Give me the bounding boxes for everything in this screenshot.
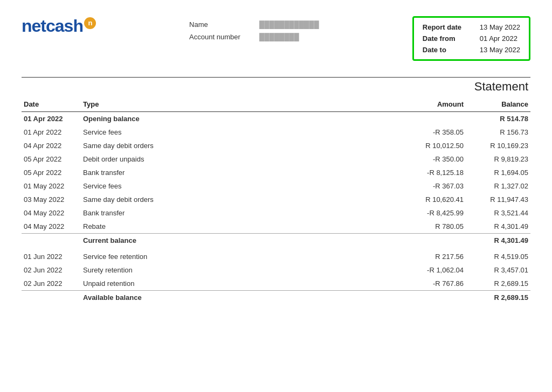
cell-amount: -R 1,062.04 <box>401 263 466 277</box>
name-label: Name <box>189 20 249 29</box>
col-header-amount: Amount <box>401 97 466 112</box>
cell-date: 02 Jun 2022 <box>22 277 81 291</box>
account-row: Account number ████████ <box>189 33 319 41</box>
cell-amount: -R 767.86 <box>401 277 466 291</box>
table-row: 02 Jun 2022Surety retention-R 1,062.04R … <box>22 263 530 277</box>
cell-date: 04 Apr 2022 <box>22 139 81 152</box>
cell-date: 05 Apr 2022 <box>22 166 81 179</box>
col-header-balance: Balance <box>466 97 530 112</box>
cell-amount <box>401 112 466 126</box>
name-section: Name ████████████ Account number ███████… <box>189 16 319 41</box>
cell-type: Unpaid retention <box>81 277 401 291</box>
cell-balance: R 4,519.05 <box>466 247 530 263</box>
cell-balance: R 3,521.44 <box>466 206 530 220</box>
cell-amount <box>401 291 466 305</box>
cell-balance: R 2,689.15 <box>466 277 530 291</box>
cell-type: Service fees <box>81 179 401 193</box>
name-row: Name ████████████ <box>189 20 319 29</box>
cell-amount: -R 358.05 <box>401 125 466 139</box>
cell-date: 05 Apr 2022 <box>22 152 81 166</box>
cell-date: 01 Apr 2022 <box>22 125 81 139</box>
cell-type: Debit order unpaids <box>81 152 401 166</box>
table-header-row: Date Type Amount Balance <box>22 97 530 112</box>
table-row: 03 May 2022Same day debit ordersR 10,620… <box>22 193 530 206</box>
cell-balance: R 1,694.05 <box>466 166 530 179</box>
table-row: 04 Apr 2022Same day debit ordersR 10,012… <box>22 139 530 152</box>
cell-amount: -R 350.00 <box>401 152 466 166</box>
cell-type: Available balance <box>81 291 401 305</box>
table-row: 05 Apr 2022Bank transfer-R 8,125.18R 1,6… <box>22 166 530 179</box>
cell-date: 02 Jun 2022 <box>22 263 81 277</box>
cell-type: Bank transfer <box>81 166 401 179</box>
cell-amount: -R 8,425.99 <box>401 206 466 220</box>
table-row: 05 Apr 2022Debit order unpaids-R 350.00R… <box>22 152 530 166</box>
logo-area: netcashn <box>22 16 96 36</box>
cell-balance: R 514.78 <box>466 112 530 126</box>
cell-date <box>22 291 81 305</box>
cell-type: Surety retention <box>81 263 401 277</box>
table-row: 02 Jun 2022Unpaid retention-R 767.86R 2,… <box>22 277 530 291</box>
account-value: ████████ <box>259 33 299 41</box>
cell-date <box>22 234 81 248</box>
report-date-value: 13 May 2022 <box>480 23 520 31</box>
header-divider <box>22 77 530 78</box>
cell-balance: R 2,689.15 <box>466 291 530 305</box>
page-header: netcashn Name ████████████ Account numbe… <box>22 16 530 61</box>
report-date-label: Report date <box>423 23 471 31</box>
table-row: Current balanceR 4,301.49 <box>22 234 530 248</box>
cell-amount: R 780.05 <box>401 220 466 234</box>
date-to-row: Date to 13 May 2022 <box>423 46 520 54</box>
statement-title: Statement <box>22 80 530 94</box>
date-to-value: 13 May 2022 <box>480 46 520 54</box>
statement-table: Date Type Amount Balance 01 Apr 2022Open… <box>22 97 530 304</box>
cell-date: 01 May 2022 <box>22 179 81 193</box>
date-from-label: Date from <box>423 34 471 43</box>
cell-date: 01 Apr 2022 <box>22 112 81 126</box>
cell-type: Same day debit orders <box>81 139 401 152</box>
cell-balance: R 4,301.49 <box>466 220 530 234</box>
cell-type: Bank transfer <box>81 206 401 220</box>
cell-amount: R 10,620.41 <box>401 193 466 206</box>
cell-type: Service fees <box>81 125 401 139</box>
report-date-row: Report date 13 May 2022 <box>423 23 520 31</box>
cell-amount: R 217.56 <box>401 247 466 263</box>
cell-type: Service fee retention <box>81 247 401 263</box>
logo-text: netcashn <box>22 16 96 36</box>
table-row: 04 May 2022RebateR 780.05R 4,301.49 <box>22 220 530 234</box>
col-header-date: Date <box>22 97 81 112</box>
date-to-label: Date to <box>423 46 471 54</box>
cell-date: 04 May 2022 <box>22 220 81 234</box>
cell-balance: R 4,301.49 <box>466 234 530 248</box>
cell-balance: R 3,457.01 <box>466 263 530 277</box>
cell-date: 04 May 2022 <box>22 206 81 220</box>
date-from-value: 01 Apr 2022 <box>480 34 518 43</box>
date-from-row: Date from 01 Apr 2022 <box>423 34 520 43</box>
col-header-type: Type <box>81 97 401 112</box>
table-row: 01 Apr 2022Opening balanceR 514.78 <box>22 112 530 126</box>
cell-amount: -R 367.03 <box>401 179 466 193</box>
cell-balance: R 9,819.23 <box>466 152 530 166</box>
cell-date: 03 May 2022 <box>22 193 81 206</box>
table-row: 01 Jun 2022Service fee retentionR 217.56… <box>22 247 530 263</box>
cell-type: Same day debit orders <box>81 193 401 206</box>
name-value: ████████████ <box>259 20 319 29</box>
cell-balance: R 156.73 <box>466 125 530 139</box>
table-row: Available balanceR 2,689.15 <box>22 291 530 305</box>
cell-type: Rebate <box>81 220 401 234</box>
logo-wordmark: netcash <box>22 16 83 36</box>
logo-badge: n <box>84 17 96 29</box>
cell-type: Current balance <box>81 234 401 248</box>
cell-amount: -R 8,125.18 <box>401 166 466 179</box>
cell-date: 01 Jun 2022 <box>22 247 81 263</box>
cell-amount: R 10,012.50 <box>401 139 466 152</box>
table-row: 01 May 2022Service fees-R 367.03R 1,327.… <box>22 179 530 193</box>
table-row: 04 May 2022Bank transfer-R 8,425.99R 3,5… <box>22 206 530 220</box>
cell-balance: R 10,169.23 <box>466 139 530 152</box>
table-row: 01 Apr 2022Service fees-R 358.05R 156.73 <box>22 125 530 139</box>
report-box: Report date 13 May 2022 Date from 01 Apr… <box>412 16 530 61</box>
cell-balance: R 1,327.02 <box>466 179 530 193</box>
account-label: Account number <box>189 33 249 41</box>
cell-type: Opening balance <box>81 112 401 126</box>
cell-balance: R 11,947.43 <box>466 193 530 206</box>
cell-amount <box>401 234 466 248</box>
